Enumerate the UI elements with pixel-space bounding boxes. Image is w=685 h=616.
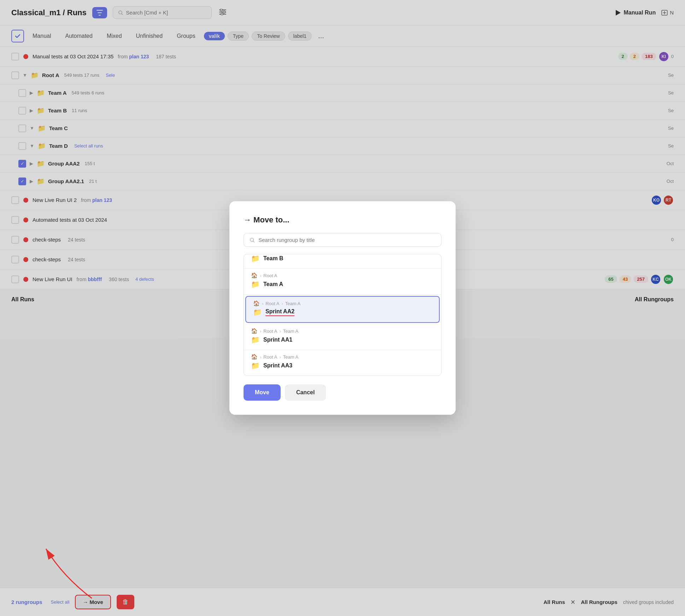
modal: → Move to... 📁 Team B 🏠 › Root A 📁 Team … — [229, 201, 456, 415]
modal-title: → Move to... — [244, 215, 441, 225]
modal-item-team-a[interactable]: 🏠 › Root A 📁 Team A — [244, 269, 441, 295]
modal-item-name-team-a: Team A — [263, 281, 283, 287]
modal-cancel-button[interactable]: Cancel — [285, 384, 326, 401]
folder-icon-modal-sprint-aa3: 📁 — [251, 361, 260, 370]
folder-icon-modal-teamb: 📁 — [251, 254, 260, 263]
modal-actions: Move Cancel — [244, 384, 441, 401]
modal-item-name-sprint-aa3: Sprint AA3 — [263, 362, 292, 369]
modal-item-name-team-b: Team B — [263, 255, 283, 262]
modal-item-team-b[interactable]: 📁 Team B — [244, 254, 441, 269]
modal-move-button[interactable]: Move — [244, 384, 281, 401]
modal-item-name-sprint-aa1: Sprint AA1 — [263, 337, 292, 343]
modal-list: 📁 Team B 🏠 › Root A 📁 Team A 🏠 › Root A … — [244, 254, 441, 376]
sep-sprint-aa2-2: › — [281, 301, 283, 306]
modal-search-icon — [250, 237, 255, 243]
folder-icon-modal-sprint-aa1: 📁 — [251, 336, 260, 344]
sep-sprint-aa3-2: › — [279, 354, 281, 360]
modal-path-sprint-aa1-team: Team A — [283, 329, 298, 334]
modal-path-sprint-aa2-root: Root A — [265, 301, 279, 306]
modal-path-sprint-aa1-root: Root A — [263, 329, 277, 334]
modal-path-sprint-aa3-team: Team A — [283, 354, 298, 360]
modal-path-root-a: Root A — [263, 273, 277, 278]
modal-item-sprint-aa1[interactable]: 🏠 › Root A › Team A 📁 Sprint AA1 — [244, 324, 441, 350]
folder-icon-modal-sprint-aa2: 📁 — [253, 308, 262, 316]
sep-sprint-aa1-1: › — [260, 329, 261, 334]
sep-sprint-aa3-1: › — [260, 354, 261, 360]
modal-search-input[interactable] — [258, 237, 435, 243]
home-icon-team-a: 🏠 — [251, 272, 258, 279]
modal-item-name-sprint-aa2: Sprint AA2 — [265, 308, 294, 316]
sep-team-a: › — [260, 273, 261, 278]
modal-path-sprint-aa2-team: Team A — [285, 301, 300, 306]
home-icon-sprint-aa1: 🏠 — [251, 328, 258, 334]
sep-sprint-aa1-2: › — [279, 329, 281, 334]
home-icon-sprint-aa3: 🏠 — [251, 354, 258, 360]
home-icon-sprint-aa2: 🏠 — [253, 300, 260, 307]
modal-path-sprint-aa3-root: Root A — [263, 354, 277, 360]
modal-search-box — [244, 233, 441, 247]
modal-item-sprint-aa2[interactable]: 🏠 › Root A › Team A 📁 Sprint AA2 — [245, 296, 440, 323]
sep-sprint-aa2-1: › — [262, 301, 263, 306]
modal-item-sprint-aa3[interactable]: 🏠 › Root A › Team A 📁 Sprint AA3 — [244, 350, 441, 376]
folder-icon-modal-teama: 📁 — [251, 280, 260, 289]
